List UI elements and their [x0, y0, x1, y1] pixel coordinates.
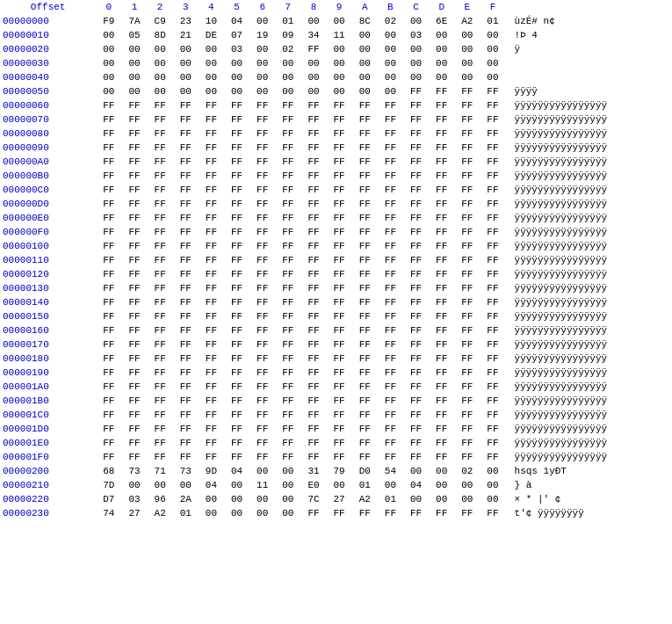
table-row: 00000130FFFFFFFFFFFFFFFFFFFFFFFFFFFFFFFF…	[0, 281, 672, 295]
hex-cell: FF	[275, 127, 300, 141]
hex-cell: FF	[454, 225, 480, 239]
hex-cell: FF	[378, 141, 403, 155]
hex-cell: 00	[378, 84, 403, 98]
hex-cell: FF	[429, 84, 454, 98]
hex-cell: FF	[121, 337, 147, 352]
hex-cell: FF	[96, 394, 121, 408]
hex-cell: FF	[96, 225, 121, 239]
hex-cell: 31	[300, 464, 326, 478]
hex-cell: FF	[454, 323, 480, 337]
hex-cell: FF	[403, 112, 429, 127]
hex-cell: FF	[199, 352, 224, 366]
table-row: 000000F0FFFFFFFFFFFFFFFFFFFFFFFFFFFFFFFF…	[0, 225, 672, 239]
hex-cell: 00	[148, 478, 173, 492]
hex-cell: FF	[429, 337, 454, 352]
hex-cell: FF	[199, 183, 224, 197]
hex-col-header-b: B	[378, 0, 403, 14]
hex-cell: FF	[454, 183, 480, 197]
hex-cell: E0	[300, 478, 326, 492]
hex-cell: FF	[275, 141, 300, 155]
hex-cell: 01	[378, 492, 403, 506]
hex-cell: FF	[96, 408, 121, 422]
hex-cell: 00	[429, 28, 454, 42]
hex-cell: FF	[148, 394, 173, 408]
table-row: 00000180FFFFFFFFFFFFFFFFFFFFFFFFFFFFFFFF…	[0, 352, 672, 366]
hex-cell: FF	[249, 197, 275, 211]
table-row: 00000080FFFFFFFFFFFFFFFFFFFFFFFFFFFFFFFF…	[0, 127, 672, 141]
hex-cell: 7C	[300, 492, 326, 506]
ascii-cell: ÿÿÿÿÿÿÿÿÿÿÿÿÿÿÿÿ	[506, 422, 672, 436]
hex-cell: 00	[480, 70, 505, 84]
hex-cell: 00	[327, 14, 352, 28]
hex-cell: FF	[121, 380, 147, 394]
hex-cell: 04	[199, 478, 224, 492]
hex-cell: FF	[173, 239, 199, 253]
hex-cell: 00	[121, 42, 147, 56]
hex-cell: FF	[96, 337, 121, 352]
hex-cell: FF	[480, 323, 505, 337]
hex-cell: FF	[224, 183, 249, 197]
hex-cell: 00	[224, 84, 249, 98]
table-row: 00000110FFFFFFFFFFFFFFFFFFFFFFFFFFFFFFFF…	[0, 253, 672, 267]
hex-cell: FF	[121, 225, 147, 239]
ascii-cell: ÿÿÿÿÿÿÿÿÿÿÿÿÿÿÿÿ	[506, 253, 672, 267]
hex-cell: FF	[199, 155, 224, 169]
hex-cell: FF	[300, 281, 326, 295]
hex-cell: FF	[352, 422, 378, 436]
hex-col-header-8: 8	[300, 0, 326, 14]
ascii-cell: ÿÿÿÿÿÿÿÿÿÿÿÿÿÿÿÿ	[506, 183, 672, 197]
hex-cell: FF	[300, 225, 326, 239]
hex-cell: FF	[275, 337, 300, 352]
table-row: 000002107D00000004001100E000010004000000…	[0, 478, 672, 492]
hex-cell: FF	[454, 211, 480, 225]
hex-cell: FF	[403, 422, 429, 436]
hex-cell: FF	[224, 112, 249, 127]
hex-cell: FF	[148, 366, 173, 380]
ascii-cell: } à	[506, 478, 672, 492]
hex-cell: FF	[352, 450, 378, 464]
hex-cell: 00	[121, 478, 147, 492]
hex-cell: FF	[454, 380, 480, 394]
hex-cell: 11	[249, 478, 275, 492]
hex-cell: FF	[403, 141, 429, 155]
hex-cell: FF	[403, 352, 429, 366]
hex-cell: 00	[327, 42, 352, 56]
ascii-cell: ÿÿÿÿÿÿÿÿÿÿÿÿÿÿÿÿ	[506, 112, 672, 127]
hex-cell: 00	[96, 84, 121, 98]
hex-cell: FF	[454, 253, 480, 267]
hex-cell: FF	[378, 253, 403, 267]
hex-cell: FF	[429, 127, 454, 141]
hex-cell: FF	[429, 281, 454, 295]
hex-cell: FF	[480, 253, 505, 267]
hex-cell: FF	[327, 112, 352, 127]
hex-cell: FF	[173, 352, 199, 366]
hex-cell: 00	[148, 42, 173, 56]
ascii-cell: ÿÿÿÿÿÿÿÿÿÿÿÿÿÿÿÿ	[506, 141, 672, 155]
hex-cell: 00	[173, 42, 199, 56]
hex-cell: 00	[173, 70, 199, 84]
hex-cell: 00	[352, 42, 378, 56]
offset-cell: 00000100	[0, 239, 96, 253]
hex-cell: 00	[199, 70, 224, 84]
hex-cell: 00	[480, 28, 505, 42]
hex-cell: 05	[121, 28, 147, 42]
table-row: 0000001000058D21DE0719093411000003000000…	[0, 28, 672, 42]
hex-cell: FF	[352, 169, 378, 183]
hex-cell: 21	[173, 28, 199, 42]
hex-cell: FF	[352, 98, 378, 112]
hex-cell: 00	[249, 70, 275, 84]
hex-cell: FF	[121, 267, 147, 281]
hex-cell: FF	[300, 141, 326, 155]
hex-cell: FF	[300, 506, 326, 520]
hex-col-header-f: F	[480, 0, 505, 14]
ascii-cell: hsqs 1yÐT	[506, 464, 672, 478]
hex-cell: FF	[300, 309, 326, 323]
hex-cell: 00	[249, 42, 275, 56]
hex-cell: FF	[327, 141, 352, 155]
hex-cell: FF	[429, 112, 454, 127]
hex-cell: FF	[352, 141, 378, 155]
ascii-cell: ÿÿÿÿÿÿÿÿÿÿÿÿÿÿÿÿ	[506, 225, 672, 239]
hex-cell: FF	[429, 295, 454, 309]
hex-cell: FF	[378, 98, 403, 112]
hex-cell: FF	[454, 295, 480, 309]
